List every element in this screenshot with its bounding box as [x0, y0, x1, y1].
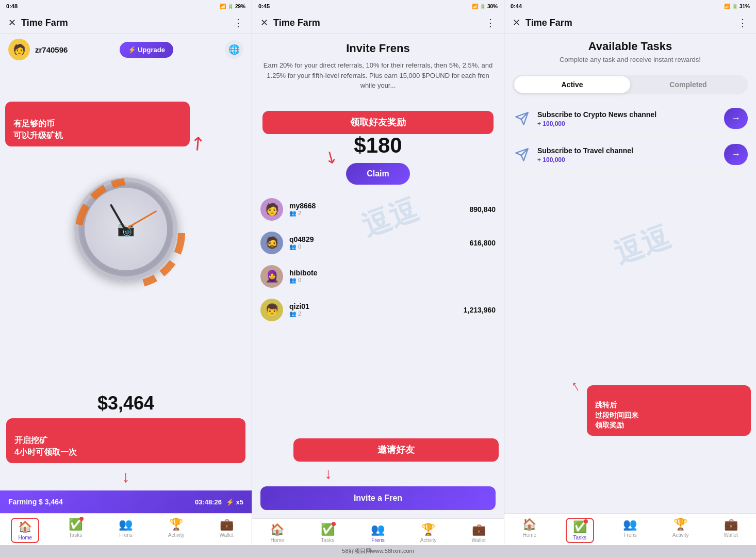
signal-icon-3: 📶 [724, 4, 730, 9]
frens-icon-1: 👥 [119, 518, 133, 531]
nav-home-3[interactable]: 🏠 Home [515, 518, 544, 543]
nav-frens-3[interactable]: 👥 Frens [616, 518, 644, 543]
fren-avatar-3: 👦 [260, 299, 283, 321]
wallet-icon-3: 💼 [724, 518, 738, 531]
tasks-label-3: Tasks [573, 535, 587, 540]
home-icon-2: 🏠 [270, 523, 284, 536]
app-title-1: Time Farm [21, 18, 68, 28]
bottom-bar: 58好项目网www.58hxm.com [0, 545, 756, 557]
close-button-3[interactable]: ✕ [513, 17, 520, 28]
nav-tasks-1[interactable]: ✅ Tasks [61, 518, 90, 543]
fren-name-3: qizi01 [289, 302, 457, 310]
fren-info-2: hibibote 👥 0 [289, 269, 489, 284]
screen3-main: Available Tasks Complete any task and re… [504, 34, 756, 513]
invite-fren-button[interactable]: Invite a Fren [260, 486, 496, 510]
invite-fren-label: Invite a Fren [354, 494, 402, 502]
task-list: Subscribe to Crypto News channel + 100,0… [504, 101, 756, 513]
invite-arrow: ↓ [324, 465, 332, 482]
clock[interactable]: 📷 [74, 177, 177, 281]
nav-wallet-2[interactable]: 💼 Wallet [465, 523, 493, 543]
fren-sub-0: 👥 2 [289, 210, 463, 217]
nav-frens-2[interactable]: 👥 Frens [364, 523, 392, 543]
tab-active[interactable]: Active [514, 76, 630, 93]
header-left-1: ✕ Time Farm [8, 17, 68, 28]
app-header-1: ✕ Time Farm ⋮ [0, 12, 252, 34]
clock-wrapper: 📷 [74, 177, 177, 281]
tasks-label-1: Tasks [69, 532, 83, 538]
status-bar-3: 0:44 📶 🔋 31% [504, 0, 756, 12]
nav-home-2[interactable]: 🏠 Home [263, 523, 291, 543]
fren-score-0: 890,840 [469, 205, 496, 214]
nav-tasks-2[interactable]: ✅ Tasks [314, 523, 342, 543]
tooltip-upgrade: 有足够的币 可以升级矿机 [5, 102, 190, 146]
close-button-2[interactable]: ✕ [260, 17, 268, 28]
bottom-bar-text: 58好项目网www.58hxm.com [342, 548, 414, 554]
nav-wallet-3[interactable]: 💼 Wallet [717, 518, 745, 543]
invite-desc: Earn 20% for your direct referrals, 10% … [260, 60, 496, 91]
home-icon-3: 🏠 [522, 518, 536, 531]
tasks-label-2: Tasks [321, 537, 335, 543]
app-header-2: ✕ Time Farm ⋮ [252, 12, 504, 34]
battery-pct-1: 29% [235, 4, 245, 9]
mining-arrow: ↓ [0, 467, 252, 486]
tooltip-invite-text: 邀请好友 [377, 445, 415, 455]
wallet-label-3: Wallet [724, 532, 737, 538]
profile-left: 🧑 zr740596 [8, 39, 68, 60]
task-reward-value-1: + 100,000 [537, 156, 565, 163]
app-header-3: ✕ Time Farm ⋮ [504, 12, 756, 34]
battery-pct-3: 31% [739, 4, 750, 9]
tab-active-label: Active [561, 80, 583, 89]
status-icons-3: 📶 🔋 31% [724, 4, 750, 9]
status-icons-2: 📶 🔋 30% [472, 4, 498, 9]
more-button-3[interactable]: ⋮ [737, 17, 748, 29]
battery-pct-2: 30% [487, 4, 498, 9]
fren-info-1: q04829 👥 0 [289, 235, 463, 250]
nav-wallet-1[interactable]: 💼 Wallet [212, 518, 241, 543]
close-button-1[interactable]: ✕ [8, 17, 16, 28]
fren-sub-3: 👥 2 [289, 310, 457, 317]
time-2: 0:45 [258, 3, 270, 9]
fren-score-1: 616,800 [469, 239, 496, 247]
tasks-icon-1: ✅ [69, 518, 83, 531]
task-name-0: Subscribe to Crypto News channel [537, 110, 718, 119]
upgrade-button[interactable]: ⚡ Upgrade [120, 42, 173, 58]
globe-button[interactable]: 🌐 [225, 40, 243, 59]
nav-activity-1[interactable]: 🏆 Activity [162, 518, 190, 543]
nav-tasks-3[interactable]: ✅ Tasks [566, 518, 594, 543]
farming-bar[interactable]: Farming $ 3,464 03:48:26 ⚡ x5 [0, 490, 252, 513]
fren-avatar-2: 🧕 [260, 265, 283, 288]
header-left-3: ✕ Time Farm [513, 17, 572, 28]
fren-item-1: 🧔 q04829 👥 0 616,800 [260, 226, 496, 260]
fren-avatar-0: 🧑 [260, 198, 283, 221]
fren-item-0: 🧑 my8668 👥 2 890,840 [260, 193, 496, 226]
tab-completed[interactable]: Completed [630, 76, 746, 93]
nav-frens-1[interactable]: 👥 Frens [111, 518, 140, 543]
tooltip-tasks: 跳转后 过段时间回来 领取奖励 [587, 385, 751, 436]
more-button-2[interactable]: ⋮ [485, 17, 496, 29]
activity-icon-3: 🏆 [673, 518, 687, 531]
more-button-1[interactable]: ⋮ [233, 17, 243, 29]
tasks-tabs: Active Completed [513, 75, 748, 94]
farming-multiplier: ⚡ x5 [226, 498, 243, 506]
nav-activity-3[interactable]: 🏆 Activity [666, 518, 695, 543]
screen1-main: 有足够的币 可以升级矿机 ↗ 📷 [0, 65, 252, 486]
header-left-2: ✕ Time Farm [260, 17, 320, 28]
battery-icon-1: 🔋 [227, 4, 234, 9]
task-btn-1[interactable]: → [724, 144, 748, 165]
wallet-label-2: Wallet [471, 537, 485, 543]
nav-activity-2[interactable]: 🏆 Activity [414, 523, 442, 543]
signal-icon-2: 📶 [472, 4, 478, 9]
tasks-badge-1 [79, 517, 84, 521]
claim-button[interactable]: Claim [346, 163, 410, 185]
wallet-label-1: Wallet [219, 532, 233, 538]
task-btn-0[interactable]: → [724, 108, 748, 129]
avatar: 🧑 [8, 39, 30, 60]
fren-item-3: 👦 qizi01 👥 2 1,213,960 [260, 293, 496, 327]
task-icon-1 [513, 145, 531, 164]
tasks-sub: Complete any task and receive instant re… [513, 55, 748, 64]
battery-icon-2: 🔋 [480, 4, 486, 9]
nav-home-1[interactable]: 🏠 Home [11, 518, 39, 543]
task-reward-1: + 100,000 [537, 156, 718, 163]
tooltip-mining-text: 开启挖矿 4小时可领取一次 [14, 436, 77, 456]
tasks-icon-3: ✅ [573, 520, 587, 534]
